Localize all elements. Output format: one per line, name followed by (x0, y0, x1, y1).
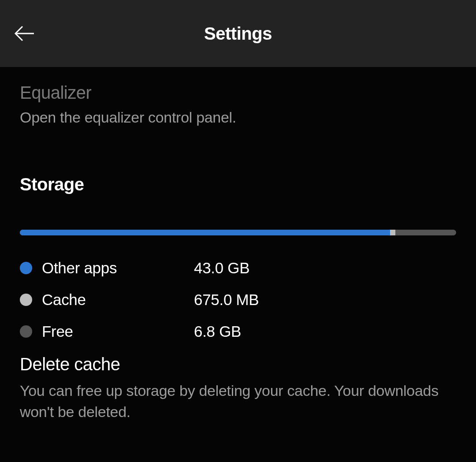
header-bar: Settings (0, 0, 476, 67)
back-button[interactable] (13, 22, 35, 45)
storage-bar-other-apps (20, 230, 390, 235)
legend-dot-icon (20, 325, 32, 338)
storage-section-header: Storage (20, 175, 456, 194)
equalizer-description: Open the equalizer control panel. (20, 109, 456, 126)
storage-legend: Other apps 43.0 GB Cache 675.0 MB Free 6… (20, 259, 456, 340)
content-area: Equalizer Open the equalizer control pan… (0, 83, 476, 422)
legend-dot-icon (20, 262, 32, 274)
equalizer-title: Equalizer (20, 83, 456, 103)
legend-value: 675.0 MB (194, 291, 259, 309)
storage-bar-cache (390, 230, 396, 235)
delete-cache-title: Delete cache (20, 354, 456, 374)
legend-label: Cache (42, 291, 194, 309)
back-arrow-icon (14, 25, 35, 42)
legend-label: Other apps (42, 259, 194, 277)
legend-row-cache: Cache 675.0 MB (20, 291, 456, 309)
delete-cache-description: You can free up storage by deleting your… (20, 380, 456, 422)
legend-value: 6.8 GB (194, 323, 241, 340)
page-title: Settings (0, 24, 476, 44)
legend-dot-icon (20, 294, 32, 306)
legend-row-other-apps: Other apps 43.0 GB (20, 259, 456, 277)
delete-cache-setting[interactable]: Delete cache You can free up storage by … (20, 354, 456, 422)
legend-label: Free (42, 323, 194, 340)
legend-value: 43.0 GB (194, 259, 249, 277)
storage-bar (20, 230, 456, 235)
legend-row-free: Free 6.8 GB (20, 323, 456, 340)
equalizer-setting[interactable]: Equalizer Open the equalizer control pan… (20, 83, 456, 126)
